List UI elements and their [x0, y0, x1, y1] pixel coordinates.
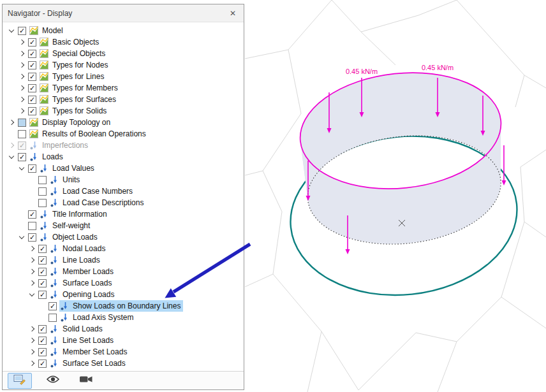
tree-item-results-of-boolean-operations[interactable]: Results of Boolean Operations — [3, 128, 244, 140]
chevron-right-icon[interactable] — [17, 63, 27, 67]
chevron-right-icon[interactable] — [17, 109, 27, 113]
tree-item-show-loads-on-boundary-lines[interactable]: ✓Show Loads on Boundary Lines — [3, 300, 244, 312]
tree-item-load-axis-system[interactable]: Load Axis System — [3, 312, 244, 323]
visibility-checkbox[interactable]: ✓ — [38, 337, 47, 345]
visibility-checkbox[interactable] — [38, 187, 47, 196]
load-value-label: 0.45 kN/m — [422, 64, 454, 71]
visibility-checkbox[interactable] — [38, 199, 47, 207]
tab-camera-navigator[interactable] — [74, 373, 98, 389]
visibility-checkbox[interactable] — [18, 119, 26, 127]
visibility-checkbox[interactable]: ✓ — [38, 279, 47, 287]
visibility-checkbox[interactable]: ✓ — [28, 50, 36, 58]
item-body: Object Loads — [39, 231, 100, 243]
visibility-checkbox[interactable]: ✓ — [28, 38, 36, 47]
visibility-checkbox[interactable]: ✓ — [38, 325, 47, 333]
display-tree: ✓Model✓Basic Objects✓Special Objects✓Typ… — [3, 22, 244, 371]
tree-item-units[interactable]: Units — [3, 174, 244, 185]
tree-item-label: Model — [42, 26, 63, 35]
visibility-checkbox[interactable]: ✓ — [18, 142, 26, 150]
chevron-right-icon[interactable] — [27, 327, 37, 331]
tree-item-model[interactable]: ✓Model — [3, 25, 244, 36]
chevron-right-icon[interactable] — [27, 270, 37, 273]
tree-item-label: Line Set Loads — [63, 336, 114, 345]
chevron-right-icon[interactable] — [17, 98, 27, 101]
tree-item-line-loads[interactable]: ✓Line Loads — [3, 254, 244, 266]
visibility-checkbox[interactable]: ✓ — [28, 61, 36, 69]
load-arrow-icon — [50, 244, 59, 253]
chevron-right-icon[interactable] — [27, 281, 37, 285]
model-viewport[interactable]: 0.45 kN/m 0.45 kN/m — [245, 0, 546, 392]
tree-item-load-case-descriptions[interactable]: Load Case Descriptions — [3, 197, 244, 208]
chevron-right-icon[interactable] — [17, 40, 27, 44]
chevron-right-icon[interactable] — [6, 143, 17, 147]
chevron-down-icon[interactable] — [6, 29, 17, 32]
tree-item-types-for-members[interactable]: ✓Types for Members — [3, 82, 244, 94]
chevron-right-icon[interactable] — [17, 75, 27, 78]
visibility-checkbox[interactable]: ✓ — [28, 164, 36, 173]
visibility-checkbox[interactable]: ✓ — [28, 73, 36, 81]
visibility-checkbox[interactable]: ✓ — [28, 84, 36, 92]
chevron-down-icon[interactable] — [17, 167, 27, 170]
chevron-down-icon[interactable] — [27, 293, 37, 296]
tree-item-solid-loads[interactable]: ✓Solid Loads — [3, 323, 244, 335]
visibility-checkbox[interactable]: ✓ — [28, 107, 36, 115]
tab-display-navigator[interactable] — [8, 373, 32, 389]
visibility-checkbox[interactable]: ✓ — [48, 302, 57, 310]
visibility-checkbox[interactable]: ✓ — [18, 153, 26, 161]
tree-item-title-information[interactable]: ✓Title Information — [3, 208, 244, 220]
visibility-checkbox[interactable]: ✓ — [38, 268, 47, 276]
visibility-checkbox[interactable]: ✓ — [38, 245, 47, 253]
item-body: Surface Set Loads — [49, 358, 128, 369]
tree-item-label: Load Values — [52, 164, 94, 173]
tree-item-surface-loads[interactable]: ✓Surface Loads — [3, 277, 244, 289]
chevron-right-icon[interactable] — [17, 86, 27, 90]
chevron-right-icon[interactable] — [27, 361, 37, 365]
tree-item-member-set-loads[interactable]: ✓Member Set Loads — [3, 346, 244, 358]
tree-item-object-loads[interactable]: ✓Object Loads — [3, 231, 244, 243]
tree-item-opening-loads[interactable]: ✓Opening Loads — [3, 289, 244, 300]
tree-item-loads[interactable]: ✓Loads — [3, 151, 244, 163]
visibility-checkbox[interactable]: ✓ — [38, 291, 47, 299]
tree-item-surface-set-loads[interactable]: ✓Surface Set Loads — [3, 358, 244, 369]
tree-item-special-objects[interactable]: ✓Special Objects — [3, 48, 244, 59]
tree-item-load-values[interactable]: ✓Load Values — [3, 163, 244, 174]
tree-item-imperfections[interactable]: ✓Imperfections — [3, 140, 244, 151]
item-body: Special Objects — [39, 48, 108, 59]
tree-item-line-set-loads[interactable]: ✓Line Set Loads — [3, 335, 244, 346]
tree-item-nodal-loads[interactable]: ✓Nodal Loads — [3, 243, 244, 254]
tree-item-member-loads[interactable]: ✓Member Loads — [3, 266, 244, 277]
chevron-down-icon[interactable] — [17, 236, 27, 238]
tree-item-types-for-surfaces[interactable]: ✓Types for Surfaces — [3, 94, 244, 105]
close-icon[interactable]: ✕ — [227, 8, 239, 19]
tab-views-navigator[interactable] — [41, 373, 65, 389]
tree-item-load-case-numbers[interactable]: Load Case Numbers — [3, 185, 244, 197]
tree-item-label: Object Loads — [52, 233, 98, 242]
visibility-checkbox[interactable]: ✓ — [38, 359, 47, 368]
tree-item-types-for-solids[interactable]: ✓Types for Solids — [3, 105, 244, 117]
load-arrow-icon — [40, 233, 49, 242]
chevron-right-icon[interactable] — [6, 120, 17, 124]
chevron-right-icon[interactable] — [27, 338, 37, 342]
visibility-checkbox[interactable]: ✓ — [28, 210, 36, 219]
chevron-right-icon[interactable] — [27, 247, 37, 250]
visibility-checkbox[interactable] — [48, 314, 57, 322]
chevron-right-icon[interactable] — [17, 52, 27, 55]
visibility-checkbox[interactable] — [18, 130, 26, 138]
visibility-checkbox[interactable]: ✓ — [28, 233, 36, 242]
chevron-right-icon[interactable] — [27, 350, 37, 354]
visibility-checkbox[interactable]: ✓ — [38, 348, 47, 356]
item-body: Load Case Descriptions — [49, 197, 146, 208]
tree-item-self-weight[interactable]: Self-weight — [3, 220, 244, 231]
visibility-checkbox[interactable]: ✓ — [28, 96, 36, 104]
visibility-checkbox[interactable] — [38, 176, 47, 184]
tree-item-basic-objects[interactable]: ✓Basic Objects — [3, 36, 244, 48]
chevron-right-icon[interactable] — [27, 258, 37, 262]
tree-item-types-for-nodes[interactable]: ✓Types for Nodes — [3, 59, 244, 71]
visibility-checkbox[interactable]: ✓ — [38, 256, 47, 265]
tree-item-display-topology-on[interactable]: Display Topology on — [3, 117, 244, 128]
tree-item-types-for-lines[interactable]: ✓Types for Lines — [3, 71, 244, 82]
panel-titlebar[interactable]: Navigator - Display ✕ — [3, 4, 244, 22]
visibility-checkbox[interactable]: ✓ — [18, 27, 26, 35]
chevron-down-icon[interactable] — [6, 156, 17, 158]
visibility-checkbox[interactable] — [28, 222, 36, 230]
